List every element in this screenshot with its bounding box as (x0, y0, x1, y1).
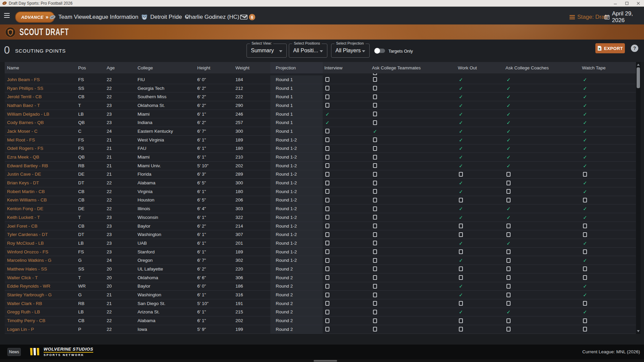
check-icon[interactable]: ✓ (506, 309, 511, 314)
player-name-link[interactable]: Jerold Terrill - CB (7, 94, 42, 99)
scout-checkbox[interactable] (373, 189, 377, 194)
check-icon[interactable]: ✓ (459, 120, 463, 125)
check-icon[interactable]: ✓ (459, 86, 463, 91)
news-button[interactable]: News (7, 348, 21, 356)
player-name-link[interactable]: Ryan Phillips - SS (7, 86, 43, 91)
player-name-link[interactable]: Logan Lin - P (7, 327, 34, 332)
scout-checkbox[interactable] (506, 293, 511, 297)
scout-checkbox[interactable] (325, 249, 329, 254)
scout-checkbox[interactable] (373, 198, 377, 202)
scout-checkbox[interactable] (506, 327, 511, 331)
check-icon[interactable]: ✓ (583, 215, 587, 220)
check-icon[interactable]: ✓ (459, 309, 463, 314)
check-icon[interactable]: ✓ (459, 103, 463, 108)
player-name-link[interactable]: Odell Rogers - FS (7, 146, 43, 151)
check-icon[interactable]: ✓ (373, 129, 377, 134)
scout-checkbox[interactable] (325, 129, 329, 133)
player-name-link[interactable]: Matthew Hales - SS (7, 266, 47, 272)
scout-checkbox[interactable] (325, 172, 329, 177)
scout-checkbox[interactable] (325, 146, 329, 151)
player-name-link[interactable]: Kevin Williams - CB (7, 197, 47, 202)
column-header-interview[interactable]: Interview (323, 62, 370, 73)
table-scrollbar[interactable] (636, 62, 641, 334)
scout-checkbox[interactable] (325, 232, 329, 237)
check-icon[interactable]: ✓ (583, 120, 587, 125)
check-icon[interactable]: ✓ (583, 163, 587, 168)
scout-checkbox[interactable] (373, 327, 377, 331)
check-icon[interactable]: ✓ (459, 155, 463, 160)
check-icon[interactable]: ✓ (459, 112, 463, 117)
scout-checkbox[interactable] (506, 284, 511, 289)
scout-checkbox[interactable] (583, 172, 587, 177)
scout-checkbox[interactable] (583, 266, 587, 271)
nav-team-menu[interactable]: Detroit Pride (141, 14, 189, 20)
check-icon[interactable]: ✓ (583, 146, 587, 151)
scout-checkbox[interactable] (459, 327, 463, 331)
check-icon[interactable]: ✓ (583, 155, 587, 160)
check-icon[interactable]: ✓ (459, 129, 463, 134)
scout-checkbox[interactable] (373, 232, 377, 237)
scout-checkbox[interactable] (459, 301, 463, 306)
column-header-age[interactable]: Age (107, 65, 138, 70)
scout-checkbox[interactable] (506, 181, 511, 185)
select-view-dropdown[interactable]: Select View: Summary (247, 44, 287, 58)
scout-checkbox[interactable] (373, 146, 377, 151)
scout-checkbox[interactable] (459, 275, 463, 280)
check-icon[interactable]: ✓ (506, 163, 511, 168)
scout-checkbox[interactable] (373, 95, 377, 99)
scout-checkbox[interactable] (325, 181, 329, 185)
scout-checkbox[interactable] (373, 103, 377, 108)
player-name-link[interactable]: Ezra Meek - QB (7, 155, 39, 160)
check-icon[interactable]: ✓ (506, 241, 511, 246)
scout-checkbox[interactable] (373, 310, 377, 314)
player-name-link[interactable]: Tyler Cardenas - DT (7, 232, 48, 237)
check-icon[interactable]: ✓ (506, 94, 511, 99)
check-icon[interactable]: ✓ (583, 77, 587, 82)
column-header-ask-college-teammates[interactable]: Ask College Teammates (370, 62, 456, 73)
check-icon[interactable]: ✓ (459, 189, 463, 194)
player-name-link[interactable]: Nathan Baez - T (7, 103, 40, 108)
player-name-link[interactable]: Stanley Yarbrough - G (7, 292, 52, 297)
stage-indicator[interactable]: Stage: Draft (570, 14, 608, 20)
scout-checkbox[interactable] (325, 77, 329, 82)
check-icon[interactable]: ✓ (325, 112, 330, 117)
scout-checkbox[interactable] (325, 275, 329, 280)
column-header-pos[interactable]: Pos (78, 65, 107, 70)
column-header-projection[interactable]: Projection (270, 62, 323, 73)
scout-checkbox[interactable] (373, 284, 377, 289)
check-icon[interactable]: ✓ (459, 146, 463, 151)
scout-checkbox[interactable] (325, 215, 329, 220)
check-icon[interactable]: ✓ (459, 163, 463, 168)
scout-checkbox[interactable] (325, 163, 329, 168)
check-icon[interactable]: ✓ (583, 180, 587, 185)
scout-checkbox[interactable] (373, 73, 377, 75)
column-header-ask-college-coaches[interactable]: Ask College Coaches (504, 62, 580, 73)
check-icon[interactable]: ✓ (506, 137, 511, 142)
scout-checkbox[interactable] (583, 327, 587, 331)
player-name-link[interactable]: Edward Bartley - RB (7, 163, 48, 168)
minimize-button[interactable] (610, 0, 621, 7)
scout-checkbox[interactable] (373, 275, 377, 280)
check-icon[interactable]: ✓ (583, 112, 587, 117)
scout-checkbox[interactable] (325, 155, 329, 160)
scout-checkbox[interactable] (373, 249, 377, 254)
check-icon[interactable]: ✓ (459, 180, 463, 185)
player-name-link[interactable]: Walter Click - T (7, 275, 38, 280)
mail-button[interactable]: 6 (240, 14, 255, 20)
scout-checkbox[interactable] (373, 163, 377, 168)
maximize-button[interactable] (621, 0, 633, 7)
check-icon[interactable]: ✓ (459, 241, 463, 246)
scout-checkbox[interactable] (506, 318, 511, 323)
scout-checkbox[interactable] (325, 224, 329, 228)
scout-checkbox[interactable] (583, 301, 587, 306)
scout-checkbox[interactable] (325, 241, 329, 245)
scout-checkbox[interactable] (325, 137, 329, 142)
column-header-weight[interactable]: Weight (235, 65, 270, 70)
scout-checkbox[interactable] (373, 77, 377, 82)
scout-checkbox[interactable] (506, 224, 511, 228)
scout-checkbox[interactable] (373, 172, 377, 177)
scout-checkbox[interactable] (325, 310, 329, 314)
export-button[interactable]: EXPORT (595, 43, 625, 53)
check-icon[interactable]: ✓ (583, 103, 587, 108)
player-name-link[interactable]: Cody Barnes - QB (7, 120, 44, 125)
